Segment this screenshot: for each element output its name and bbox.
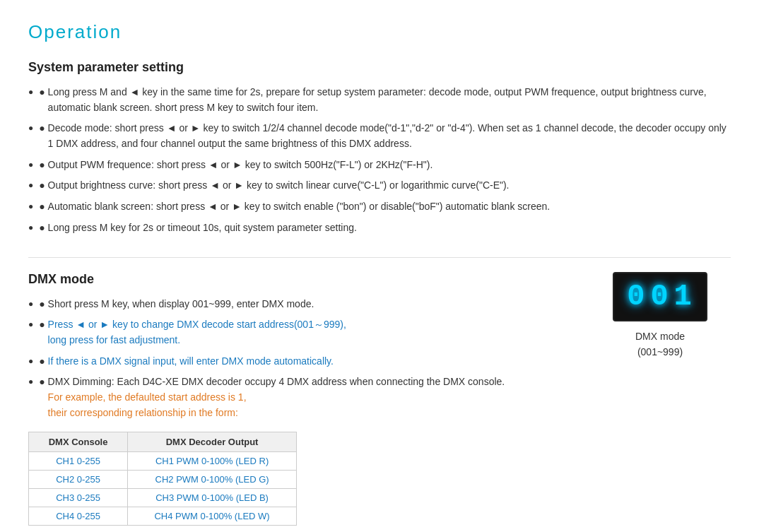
table-cell-output: CH1 PWM 0-100% (LED R) (128, 452, 297, 471)
table-row: CH4 0-255CH4 PWM 0-100% (LED W) (29, 507, 297, 526)
bullet-icon: ● (39, 297, 47, 312)
table-header-console: DMX Console (29, 432, 128, 452)
bullet-icon: ● (39, 354, 47, 370)
bullet-icon: ● (39, 121, 47, 136)
list-item: ● If there is a DMX signal input, will e… (28, 354, 561, 370)
table-cell-console: CH1 0-255 (29, 452, 128, 471)
page-title: Operation (28, 21, 731, 43)
table-cell-output: CH4 PWM 0-100% (LED W) (128, 507, 297, 526)
list-item: ● Long press M and ◄ key in the same tim… (28, 85, 731, 115)
led-digit-1: 0 (627, 282, 646, 312)
dmx-right-content: 0 0 1 DMX mode (001~999) (589, 272, 731, 360)
bullet-icon: ● (39, 374, 47, 390)
led-digit-3: 1 (674, 282, 693, 312)
dmx-table: DMX Console DMX Decoder Output CH1 0-255… (28, 432, 297, 526)
table-cell-output: CH3 PWM 0-100% (LED B) (128, 489, 297, 507)
table-cell-console: CH2 0-255 (29, 471, 128, 489)
bullet-icon: ● (39, 178, 47, 194)
dmx-list: ● Short press M key, when display 001~99… (28, 297, 561, 421)
led-display: 0 0 1 (613, 272, 707, 321)
dmx-table-wrapper: DMX Console DMX Decoder Output CH1 0-255… (28, 432, 561, 526)
table-header-output: DMX Decoder Output (128, 432, 297, 452)
bullet-icon: ● (39, 317, 47, 333)
bullet-icon: ● (39, 85, 47, 100)
dmx-left-content: DMX mode ● Short press M key, when displ… (28, 272, 561, 526)
system-param-list: ● Long press M and ◄ key in the same tim… (28, 85, 731, 236)
table-row: CH1 0-255CH1 PWM 0-100% (LED R) (29, 452, 297, 471)
list-item: ● Output PWM frequence: short press ◄ or… (28, 158, 731, 173)
bullet-icon: ● (39, 158, 47, 173)
list-item: ● DMX Dimming: Each D4C-XE DMX decoder o… (28, 374, 561, 420)
dmx-section-title: DMX mode (28, 272, 561, 287)
list-item: ● Long press M key for 2s or timeout 10s… (28, 220, 731, 236)
section-divider (28, 257, 731, 258)
list-item: ● Decode mode: short press ◄ or ► key to… (28, 121, 731, 151)
list-item: ● Output brightness curve: short press ◄… (28, 178, 731, 194)
table-cell-console: CH3 0-255 (29, 489, 128, 507)
system-param-title: System parameter setting (28, 60, 731, 75)
table-cell-console: CH4 0-255 (29, 507, 128, 526)
dmx-mode-label: DMX mode (001~999) (635, 329, 685, 360)
list-item: ● Automatic blank screen: short press ◄ … (28, 199, 731, 215)
system-param-section: System parameter setting ● Long press M … (28, 60, 731, 236)
led-digit-2: 0 (650, 282, 669, 312)
table-row: CH2 0-255CH2 PWM 0-100% (LED G) (29, 471, 297, 489)
bullet-icon: ● (39, 199, 47, 215)
list-item: ● Short press M key, when display 001~99… (28, 297, 561, 312)
table-row: CH3 0-255CH3 PWM 0-100% (LED B) (29, 489, 297, 507)
table-cell-output: CH2 PWM 0-100% (LED G) (128, 471, 297, 489)
list-item: ● Press ◄ or ► key to change DMX decode … (28, 317, 561, 348)
bullet-icon: ● (39, 220, 47, 236)
dmx-section: DMX mode ● Short press M key, when displ… (28, 272, 731, 526)
